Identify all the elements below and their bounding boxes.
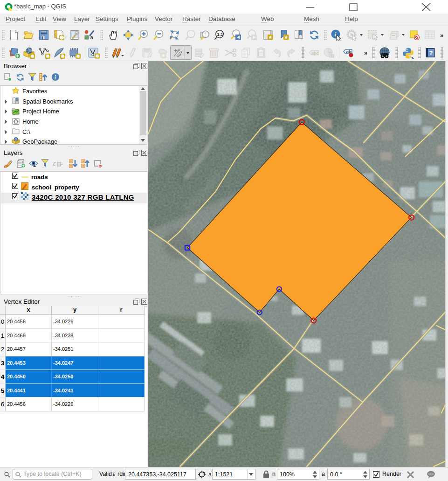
svg-text:ε: ε [53,160,56,167]
svg-text:i: i [335,31,337,38]
svg-text:a: a [90,35,94,40]
svg-text:1:1: 1:1 [217,32,223,37]
svg-text:abc: abc [311,51,319,56]
svg-text:?: ? [429,49,433,56]
